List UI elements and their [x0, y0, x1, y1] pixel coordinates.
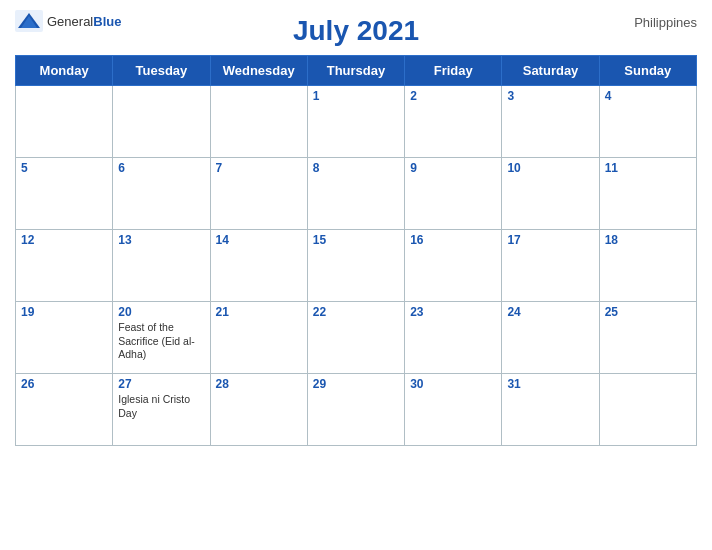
- day-number: 3: [507, 89, 593, 103]
- day-number: 21: [216, 305, 302, 319]
- day-number: 26: [21, 377, 107, 391]
- calendar-cell: 28: [210, 374, 307, 446]
- event-text: Feast of the Sacrifice (Eid al-Adha): [118, 321, 204, 362]
- header-saturday: Saturday: [502, 56, 599, 86]
- calendar-cell: 5: [16, 158, 113, 230]
- calendar-cell: 18: [599, 230, 696, 302]
- calendar-cell: 25: [599, 302, 696, 374]
- day-number: 14: [216, 233, 302, 247]
- day-number: 9: [410, 161, 496, 175]
- calendar-week-row: 1920Feast of the Sacrifice (Eid al-Adha)…: [16, 302, 697, 374]
- day-number: 20: [118, 305, 204, 319]
- day-number: 23: [410, 305, 496, 319]
- calendar-cell: 24: [502, 302, 599, 374]
- logo-text: GeneralBlue: [47, 12, 121, 30]
- calendar-cell: [599, 374, 696, 446]
- day-number: 10: [507, 161, 593, 175]
- day-number: 5: [21, 161, 107, 175]
- calendar-cell: 19: [16, 302, 113, 374]
- calendar-cell: 29: [307, 374, 404, 446]
- calendar-cell: 10: [502, 158, 599, 230]
- calendar-cell: 7: [210, 158, 307, 230]
- country-label: Philippines: [634, 15, 697, 30]
- calendar-cell: 30: [405, 374, 502, 446]
- day-number: 12: [21, 233, 107, 247]
- calendar-cell: 22: [307, 302, 404, 374]
- calendar-cell: 15: [307, 230, 404, 302]
- calendar-cell: 9: [405, 158, 502, 230]
- calendar-body: 1234567891011121314151617181920Feast of …: [16, 86, 697, 446]
- calendar-cell: [210, 86, 307, 158]
- calendar-cell: 31: [502, 374, 599, 446]
- day-number: 24: [507, 305, 593, 319]
- calendar-week-row: 1234: [16, 86, 697, 158]
- calendar-thead: Monday Tuesday Wednesday Thursday Friday…: [16, 56, 697, 86]
- calendar-cell: 3: [502, 86, 599, 158]
- day-number: 17: [507, 233, 593, 247]
- calendar-cell: 13: [113, 230, 210, 302]
- day-number: 19: [21, 305, 107, 319]
- calendar-cell: 21: [210, 302, 307, 374]
- day-number: 1: [313, 89, 399, 103]
- calendar-week-row: 12131415161718: [16, 230, 697, 302]
- header-wednesday: Wednesday: [210, 56, 307, 86]
- calendar-header: GeneralBlue July 2021 Philippines: [15, 10, 697, 47]
- day-number: 27: [118, 377, 204, 391]
- day-number: 15: [313, 233, 399, 247]
- day-number: 31: [507, 377, 593, 391]
- calendar-title: July 2021: [293, 15, 419, 47]
- logo-blue: Blue: [93, 14, 121, 29]
- day-number: 18: [605, 233, 691, 247]
- logo-area: GeneralBlue: [15, 10, 121, 32]
- day-number: 8: [313, 161, 399, 175]
- day-number: 7: [216, 161, 302, 175]
- calendar-cell: 17: [502, 230, 599, 302]
- calendar-cell: 12: [16, 230, 113, 302]
- calendar-cell: [113, 86, 210, 158]
- calendar-cell: 23: [405, 302, 502, 374]
- calendar-cell: 8: [307, 158, 404, 230]
- calendar-cell: 6: [113, 158, 210, 230]
- calendar-cell: 14: [210, 230, 307, 302]
- calendar-cell: 1: [307, 86, 404, 158]
- calendar-cell: [16, 86, 113, 158]
- day-number: 16: [410, 233, 496, 247]
- calendar-cell: 20Feast of the Sacrifice (Eid al-Adha): [113, 302, 210, 374]
- event-text: Iglesia ni Cristo Day: [118, 393, 204, 420]
- calendar-week-row: 2627Iglesia ni Cristo Day28293031: [16, 374, 697, 446]
- calendar-cell: 16: [405, 230, 502, 302]
- header-thursday: Thursday: [307, 56, 404, 86]
- day-number: 11: [605, 161, 691, 175]
- calendar-week-row: 567891011: [16, 158, 697, 230]
- calendar-cell: 11: [599, 158, 696, 230]
- calendar-wrapper: GeneralBlue July 2021 Philippines Monday…: [0, 0, 712, 550]
- calendar-cell: 27Iglesia ni Cristo Day: [113, 374, 210, 446]
- day-number: 29: [313, 377, 399, 391]
- header-monday: Monday: [16, 56, 113, 86]
- day-number: 25: [605, 305, 691, 319]
- calendar-cell: 4: [599, 86, 696, 158]
- logo-general: General: [47, 14, 93, 29]
- day-number: 13: [118, 233, 204, 247]
- day-number: 28: [216, 377, 302, 391]
- header-friday: Friday: [405, 56, 502, 86]
- day-number: 30: [410, 377, 496, 391]
- day-number: 6: [118, 161, 204, 175]
- calendar-cell: 26: [16, 374, 113, 446]
- day-number: 4: [605, 89, 691, 103]
- calendar-table: Monday Tuesday Wednesday Thursday Friday…: [15, 55, 697, 446]
- generalblue-logo-icon: [15, 10, 43, 32]
- header-sunday: Sunday: [599, 56, 696, 86]
- header-tuesday: Tuesday: [113, 56, 210, 86]
- weekday-header-row: Monday Tuesday Wednesday Thursday Friday…: [16, 56, 697, 86]
- day-number: 22: [313, 305, 399, 319]
- calendar-cell: 2: [405, 86, 502, 158]
- day-number: 2: [410, 89, 496, 103]
